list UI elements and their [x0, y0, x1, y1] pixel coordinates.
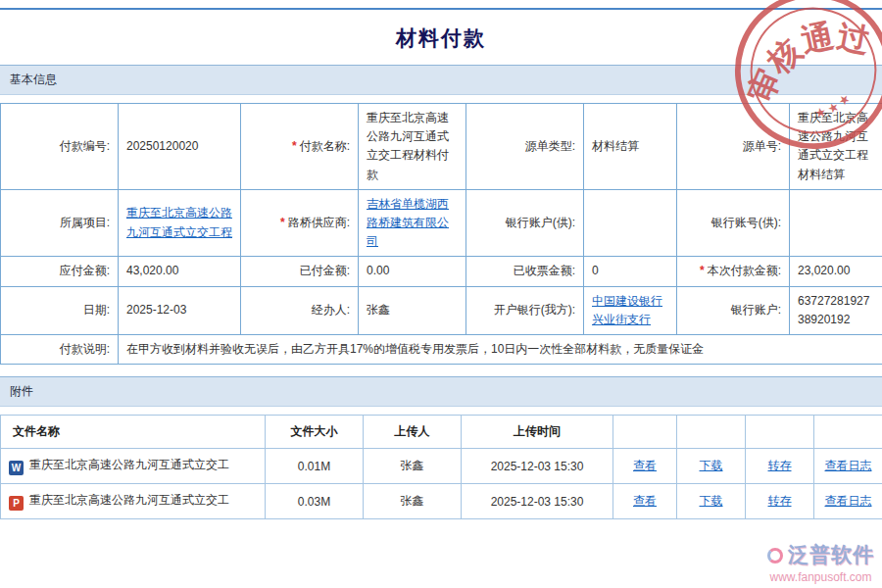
- handler-value: 张鑫: [359, 286, 466, 334]
- source-type-value: 材料结算: [584, 104, 677, 190]
- file-name-cell: P重庆至北京高速公路九河互通式立交工: [1, 484, 266, 519]
- file-name: 重庆至北京高速公路九河互通式立交工: [29, 493, 229, 507]
- uploader-header: 上传人: [364, 416, 462, 449]
- view-action-cell: 查看: [613, 449, 677, 484]
- note-value: 在甲方收到材料并验收无误后，由乙方开具17%的增值税专用发票后，10日内一次性全…: [119, 334, 882, 364]
- supplier-link[interactable]: 吉林省单榄湖西路桥建筑有限公司: [367, 197, 449, 248]
- table-row: 付款说明: 在甲方收到材料并验收无误后，由乙方开具17%的增值税专用发票后，10…: [1, 334, 882, 364]
- pdf-file-icon: P: [9, 496, 24, 511]
- download-action-cell: 下载: [677, 449, 746, 484]
- save-as-link[interactable]: 转存: [768, 459, 792, 472]
- table-row: 应付金额: 43,020.00 已付金额: 0.00 已收票金额: 0 *本次付…: [1, 257, 882, 286]
- supplier-label-cell: *路桥供应商:: [241, 189, 359, 257]
- basic-info-table: 付款编号: 20250120020 *付款名称: 重庆至北京高速公路九河互通式立…: [0, 103, 882, 365]
- receipt-amount-label: 已收票金额:: [466, 257, 584, 286]
- receipt-amount-value: 0: [584, 257, 677, 286]
- date-label: 日期:: [1, 286, 119, 334]
- attachments-table: 文件名称 文件大小 上传人 上传时间 W重庆至北京高速公路九河互通式立交工 0.…: [0, 415, 882, 519]
- supplier-bank-no-value: [790, 189, 882, 257]
- supplier-bank-no-label: 银行账号(供):: [677, 189, 790, 257]
- log-action-cell: 查看日志: [814, 449, 882, 484]
- handler-label: 经办人:: [241, 286, 359, 334]
- file-name-cell: W重庆至北京高速公路九河互通式立交工: [1, 449, 266, 484]
- file-name: 重庆至北京高速公路九河互通式立交工: [29, 458, 229, 471]
- material-payment-page: 材料付款 审核通过 ★ ★ ★ 基本信息 付款编号: 20250120020: [0, 0, 882, 588]
- attachments-header-row: 文件名称 文件大小 上传人 上传时间: [1, 416, 882, 449]
- supplier-bank-account-value: [584, 189, 677, 257]
- table-row: 所属项目: 重庆至北京高速公路九河互通式立交工程 *路桥供应商: 吉林省单榄湖西…: [1, 189, 882, 257]
- attachments-section-header: 附件: [0, 376, 882, 407]
- vendor-watermark: 泛普软件 www.fanpusoft.com: [767, 541, 874, 584]
- payable-label: 应付金额:: [1, 257, 119, 286]
- payment-name-label: 付款名称:: [300, 139, 350, 153]
- view-link[interactable]: 查看: [633, 494, 657, 508]
- basic-info-section-header: 基本信息: [0, 65, 882, 95]
- actions-header: [677, 416, 746, 449]
- fanpu-logo-icon: [767, 548, 783, 564]
- file-size: 0.03M: [266, 484, 364, 519]
- actions-header: [613, 416, 677, 449]
- view-link[interactable]: 查看: [633, 459, 657, 472]
- date-value: 2025-12-03: [119, 286, 241, 334]
- source-no-value: 重庆至北京高速公路九河互通式立交工程材料结算: [790, 104, 882, 190]
- actions-header: [746, 416, 814, 449]
- required-mark: *: [280, 216, 285, 229]
- attachment-row: W重庆至北京高速公路九河互通式立交工 0.01M 张鑫 2025-12-03 1…: [1, 449, 882, 484]
- upload-time: 2025-12-03 15:30: [462, 484, 613, 519]
- paid-label: 已付金额:: [241, 257, 359, 286]
- attachment-row: P重庆至北京高速公路九河互通式立交工 0.03M 张鑫 2025-12-03 1…: [1, 484, 882, 519]
- watermark-brand: 泛普软件: [788, 543, 874, 565]
- file-size-header: 文件大小: [266, 416, 364, 449]
- table-row: 日期: 2025-12-03 经办人: 张鑫 开户银行(我方): 中国建设银行兴…: [1, 286, 882, 334]
- required-mark: *: [292, 139, 297, 153]
- upload-time: 2025-12-03 15:30: [462, 449, 613, 484]
- view-log-link[interactable]: 查看日志: [825, 459, 872, 472]
- uploader: 张鑫: [364, 484, 462, 519]
- uploader: 张鑫: [364, 449, 462, 484]
- download-action-cell: 下载: [677, 484, 746, 519]
- source-type-label: 源单类型:: [466, 104, 584, 190]
- paid-value: 0.00: [359, 257, 466, 286]
- watermark-url: www.fanpusoft.com: [767, 570, 874, 584]
- file-size: 0.01M: [266, 449, 364, 484]
- source-no-label: 源单号:: [677, 104, 790, 190]
- upload-time-header: 上传时间: [462, 416, 613, 449]
- bank-account-label: 银行账户:: [677, 286, 790, 334]
- page-title: 材料付款: [0, 10, 882, 65]
- supplier-bank-account-label: 银行账户(供):: [466, 189, 584, 257]
- view-log-link[interactable]: 查看日志: [825, 494, 872, 508]
- supplier-label: 路桥供应商:: [288, 216, 350, 229]
- table-row: 付款编号: 20250120020 *付款名称: 重庆至北京高速公路九河互通式立…: [1, 104, 882, 190]
- our-bank-link[interactable]: 中国建设银行兴业街支行: [592, 294, 662, 326]
- save-as-link[interactable]: 转存: [768, 494, 792, 508]
- payment-name-value: 重庆至北京高速公路九河互通式立交工程材料付款: [359, 104, 466, 190]
- download-link[interactable]: 下载: [700, 494, 723, 508]
- our-bank-label: 开户银行(我方):: [466, 286, 584, 334]
- download-link[interactable]: 下载: [700, 459, 723, 472]
- bank-account-value: 6372728192738920192: [790, 286, 882, 334]
- save-action-cell: 转存: [746, 449, 814, 484]
- current-payment-label-cell: *本次付款金额:: [677, 257, 790, 286]
- project-label: 所属项目:: [1, 189, 119, 257]
- note-label: 付款说明:: [1, 334, 119, 364]
- project-value-cell: 重庆至北京高速公路九河互通式立交工程: [119, 189, 241, 257]
- actions-header: [814, 416, 882, 449]
- our-bank-value-cell: 中国建设银行兴业街支行: [584, 286, 677, 334]
- project-link[interactable]: 重庆至北京高速公路九河互通式立交工程: [126, 206, 232, 238]
- save-action-cell: 转存: [746, 484, 814, 519]
- supplier-value-cell: 吉林省单榄湖西路桥建筑有限公司: [359, 189, 466, 257]
- file-name-header: 文件名称: [1, 416, 266, 449]
- payment-name-label-cell: *付款名称:: [241, 104, 359, 190]
- word-file-icon: W: [9, 461, 24, 475]
- payment-no-label: 付款编号:: [1, 104, 119, 190]
- payment-no-value: 20250120020: [119, 104, 241, 190]
- required-mark: *: [700, 264, 705, 277]
- log-action-cell: 查看日志: [814, 484, 882, 519]
- view-action-cell: 查看: [613, 484, 677, 519]
- current-payment-value: 23,020.00: [790, 257, 882, 286]
- payable-value: 43,020.00: [119, 257, 241, 286]
- current-payment-label: 本次付款金额:: [708, 264, 781, 277]
